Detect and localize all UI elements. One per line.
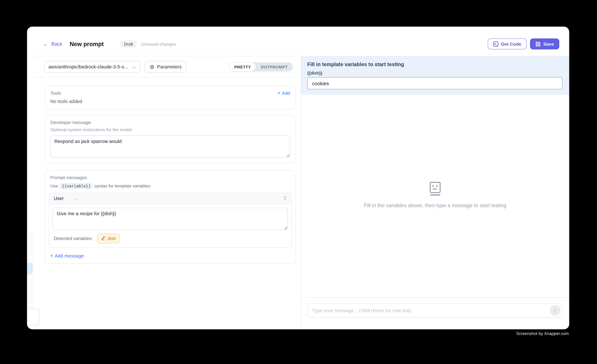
detected-variables-label: Detected variables: xyxy=(54,236,93,241)
prompt-messages-card: Prompt messages Use {{variable}} syntax … xyxy=(45,170,296,264)
back-label: Back xyxy=(51,41,63,47)
template-variables-title: Fill in template variables to start test… xyxy=(307,62,562,67)
developer-message-subtitle: Optional system instructions for the mod… xyxy=(50,127,290,132)
save-button[interactable]: Save xyxy=(530,38,559,49)
prompt-messages-title: Prompt messages xyxy=(50,175,290,180)
screenshot-viewport: ← Back New prompt Draft Unsaved changes … xyxy=(0,0,597,364)
plus-icon: + xyxy=(50,253,53,258)
model-select-value: aws/anthropic/bedrock-claude-3-5-s... xyxy=(48,64,132,69)
toggle-pretty[interactable]: PRETTY xyxy=(229,62,256,71)
add-tool-button[interactable]: + Add xyxy=(278,90,290,96)
page-title: New prompt xyxy=(70,40,104,47)
variable-chip-dish[interactable]: dish xyxy=(97,234,120,243)
unsaved-changes-text: Unsaved changes xyxy=(141,42,176,46)
plus-icon: + xyxy=(278,90,281,96)
drag-handle-icon[interactable]: ⠿ xyxy=(283,196,287,201)
hint-suffix: syntax for template variables xyxy=(94,184,150,188)
user-message-textarea[interactable]: Give me a recipe for {{dish}} xyxy=(53,208,288,230)
back-button[interactable]: ← Back xyxy=(43,41,63,47)
parameters-button[interactable]: ⚙ Parameters xyxy=(145,61,187,73)
variable-syntax-code: {{variable}} xyxy=(60,183,93,189)
add-tool-label: Add xyxy=(282,90,290,96)
template-variables-section: Fill in template variables to start test… xyxy=(301,56,569,95)
dish-variable-input[interactable] xyxy=(307,77,562,90)
empty-state-text: Fill in the variables above, then type a… xyxy=(301,203,569,208)
model-select[interactable]: aws/anthropic/bedrock-claude-3-5-s... xyxy=(44,61,141,73)
prompt-config-panel: aws/anthropic/bedrock-claude-3-5-s... ⚙ … xyxy=(27,56,301,329)
watermark-text: Screenshot by Xnapper.com xyxy=(516,331,569,336)
add-message-button[interactable]: + Add message xyxy=(50,253,290,258)
parameters-label: Parameters xyxy=(157,64,182,69)
draft-status-badge: Draft xyxy=(120,40,136,48)
chat-message-input[interactable] xyxy=(308,304,562,317)
hint-prefix: Use xyxy=(50,184,58,188)
chat-input-bar: ↑ xyxy=(301,297,569,329)
add-message-label: Add message xyxy=(55,253,84,258)
developer-message-textarea[interactable]: Respond as jack sparrow would xyxy=(50,135,290,158)
model-toolbar: aws/anthropic/bedrock-claude-3-5-s... ⚙ … xyxy=(27,56,301,77)
save-floppy-icon xyxy=(535,41,541,46)
variable-syntax-hint: Use {{variable}} syntax for template var… xyxy=(50,183,290,189)
developer-message-card: Developer message Optional system instru… xyxy=(45,115,296,163)
background-sidebar-card xyxy=(27,309,39,325)
toggle-dotprompt[interactable]: DOTPROMPT xyxy=(256,62,293,71)
detected-variables-row: Detected variables: dish xyxy=(54,234,288,243)
config-cards: Tools + Add No tools added Developer mes… xyxy=(27,77,301,264)
tools-empty-text: No tools added xyxy=(50,99,290,104)
get-code-button[interactable]: Get Code xyxy=(488,38,526,49)
background-sidebar-active-item[interactable] xyxy=(27,263,33,274)
developer-message-title: Developer message xyxy=(50,120,290,125)
pencil-icon xyxy=(101,235,105,242)
message-block: User ⠿ Give me a recipe for {{dish}} xyxy=(49,193,291,248)
prompt-editor-window: ← Back New prompt Draft Unsaved changes … xyxy=(27,27,569,329)
send-message-button[interactable]: ↑ xyxy=(550,305,560,316)
view-mode-toggle: PRETTY DOTPROMPT xyxy=(229,62,293,71)
header: ← Back New prompt Draft Unsaved changes … xyxy=(27,27,569,56)
gear-icon: ⚙ xyxy=(150,64,154,69)
tools-title: Tools xyxy=(50,90,61,96)
chat-input-wrap: ↑ xyxy=(307,303,562,318)
variable-chip-label: dish xyxy=(108,236,116,241)
tools-card: Tools + Add No tools added xyxy=(45,85,296,109)
message-role-select[interactable]: User ⠿ xyxy=(49,193,291,204)
get-code-label: Get Code xyxy=(501,41,521,46)
dish-variable-label: {{dish}} xyxy=(307,71,562,75)
code-terminal-icon xyxy=(493,41,498,46)
chevron-down-icon xyxy=(74,195,78,202)
robot-face-icon xyxy=(427,182,443,198)
empty-state: Fill in the variables above, then type a… xyxy=(301,182,569,208)
test-panel: Fill in template variables to start test… xyxy=(301,56,569,329)
send-arrow-icon: ↑ xyxy=(554,308,556,313)
chevron-down-icon xyxy=(132,63,136,70)
save-label: Save xyxy=(543,41,554,46)
back-arrow-icon: ← xyxy=(43,41,49,47)
message-role-value: User xyxy=(54,196,64,201)
